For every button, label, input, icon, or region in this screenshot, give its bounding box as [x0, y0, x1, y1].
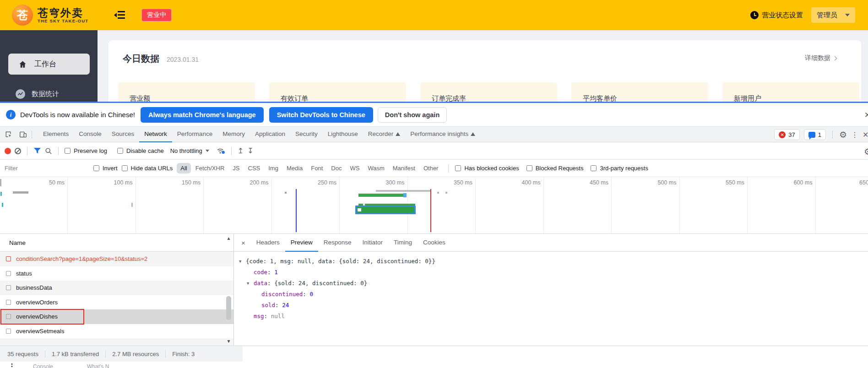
detail-tab-initiator[interactable]: Initiator — [357, 234, 388, 252]
scroll-up-icon[interactable]: ▲ — [226, 236, 232, 241]
chevron-down-icon — [845, 14, 850, 16]
filter-chip-other[interactable]: Other — [420, 163, 442, 173]
tab-memory[interactable]: Memory — [217, 127, 250, 142]
export-har-icon[interactable]: ↧ — [247, 147, 253, 155]
request-row[interactable]: overviewOrders — [0, 295, 233, 310]
home-icon — [18, 60, 27, 69]
sidebar-collapse-icon[interactable] — [114, 11, 125, 19]
tab-sources[interactable]: Sources — [107, 127, 140, 142]
filter-chip-manifest[interactable]: Manifest — [389, 163, 419, 173]
scrollbar-thumb[interactable] — [226, 296, 231, 320]
page-date: 2023.01.31 — [167, 56, 199, 63]
throttling-dropdown[interactable]: No throttling — [170, 147, 209, 154]
json-tree-line[interactable]: sold: 24 — [234, 300, 868, 311]
issues-count-badge[interactable]: 1 — [804, 129, 826, 140]
checkbox-icon — [117, 148, 123, 154]
record-network-log-icon[interactable] — [5, 148, 11, 154]
tab-console[interactable]: Console — [74, 127, 107, 142]
json-tree-line[interactable]: msg: null — [234, 311, 868, 322]
filter-chip-font[interactable]: Font — [307, 163, 326, 173]
tab-lighthouse[interactable]: Lighthouse — [323, 127, 363, 142]
devtools-close-icon[interactable]: ✕ — [863, 130, 868, 139]
json-tree-line[interactable]: ▼data: {sold: 24, discontinued: 0} — [234, 278, 868, 289]
filter-chip-css[interactable]: CSS — [244, 163, 264, 173]
dismiss-banner-button[interactable]: Don't show again — [378, 107, 447, 123]
request-row[interactable]: status — [0, 266, 233, 281]
waterfall-bar-selected[interactable] — [355, 206, 416, 214]
tab-security[interactable]: Security — [290, 127, 323, 142]
clear-network-log-icon[interactable] — [15, 148, 21, 154]
request-row[interactable]: conditionSearch?page=1&pageSize=10&statu… — [0, 252, 233, 266]
inspect-element-icon[interactable] — [2, 129, 15, 141]
tab-elements[interactable]: Elements — [38, 127, 74, 142]
detail-tab-response[interactable]: Response — [318, 234, 357, 252]
waterfall-bar — [376, 190, 430, 192]
tab-label: Application — [255, 130, 285, 137]
request-row[interactable]: overviewDishes — [0, 309, 233, 324]
request-list-scrollbar[interactable]: ▲ ▼ — [226, 235, 232, 345]
error-icon: ✕ — [779, 131, 786, 138]
filter-funnel-icon[interactable] — [33, 147, 41, 154]
detail-tab-timing[interactable]: Timing — [388, 234, 418, 252]
filter-checkbox-has-blocked-cookies[interactable]: Has blocked cookies — [455, 165, 519, 172]
timeline-scroll-artifact — [0, 179, 1, 186]
expand-arrow-icon[interactable]: ▼ — [247, 278, 249, 289]
chevron-down-icon — [206, 150, 209, 152]
detail-tab-cookies[interactable]: Cookies — [418, 234, 451, 252]
import-har-icon[interactable]: ↥ — [238, 147, 244, 155]
more-options-icon[interactable]: ⋮ — [851, 130, 858, 139]
admin-dropdown[interactable]: 管理员 — [811, 7, 855, 23]
sidebar-item-statistics[interactable]: 数据统计 — [16, 89, 59, 99]
filter-chip-all[interactable]: All — [177, 163, 190, 173]
tab-network[interactable]: Network — [139, 127, 172, 142]
error-count-badge[interactable]: ✕ 37 — [774, 129, 799, 140]
detail-data-link[interactable]: 详细数据 — [805, 54, 836, 62]
close-detail-icon[interactable]: × — [234, 239, 251, 247]
json-tree-line[interactable]: code: 1 — [234, 267, 868, 278]
tab-label: Console — [79, 130, 102, 137]
match-language-button[interactable]: Always match Chrome's language — [141, 107, 264, 123]
scroll-down-icon[interactable]: ▼ — [226, 339, 232, 344]
business-status-settings-button[interactable]: 营业状态设置 — [750, 11, 803, 20]
device-toolbar-icon[interactable] — [16, 129, 29, 141]
filter-chip-ws[interactable]: WS — [346, 163, 363, 173]
search-icon[interactable] — [45, 147, 52, 155]
settings-gear-icon[interactable]: ⚙ — [839, 130, 847, 140]
banner-close-icon[interactable]: ✕ — [864, 110, 868, 120]
network-conditions-icon[interactable] — [217, 147, 225, 154]
tab-application[interactable]: Application — [250, 127, 290, 142]
request-row[interactable]: businessData — [0, 281, 233, 295]
filter-checkbox-blocked-requests[interactable]: Blocked Requests — [526, 165, 584, 172]
request-list-header[interactable]: Name — [0, 234, 233, 252]
filter-checkbox-3rd-party-requests[interactable]: 3rd-party requests — [591, 165, 648, 172]
switch-chinese-button[interactable]: Switch DevTools to Chinese — [269, 107, 373, 123]
tab-performance[interactable]: Performance — [172, 127, 217, 142]
disable-cache-checkbox[interactable]: Disable cache — [117, 147, 164, 154]
drawer-console-hint[interactable]: Console — [33, 363, 53, 368]
request-row[interactable]: overviewSetmeals — [0, 324, 233, 339]
json-token-plain: {sold: 24, discontinued: 0} — [274, 280, 367, 287]
detail-tab-preview[interactable]: Preview — [285, 234, 318, 252]
preserve-log-checkbox[interactable]: Preserve log — [65, 147, 107, 154]
filter-chip-media[interactable]: Media — [283, 163, 306, 173]
sidebar-item-workbench[interactable]: 工作台 — [8, 54, 90, 75]
drawer-whatsnew-hint[interactable]: What's N — [87, 363, 109, 368]
filter-input[interactable] — [5, 165, 89, 172]
timeline-tick-label: 50 ms — [49, 179, 65, 186]
hide-data-urls-checkbox[interactable]: Hide data URLs — [122, 165, 173, 172]
json-token-key: data — [254, 280, 267, 287]
filter-chip-doc[interactable]: Doc — [327, 163, 345, 173]
detail-tab-headers[interactable]: Headers — [251, 234, 285, 252]
network-settings-gear-icon[interactable]: ⚙ — [864, 146, 868, 157]
filter-chip-js[interactable]: JS — [229, 163, 243, 173]
filter-chip-img[interactable]: Img — [265, 163, 282, 173]
filter-chip-fetch-xhr[interactable]: Fetch/XHR — [192, 163, 228, 173]
tab-performance-insights[interactable]: Performance insights — [405, 127, 480, 142]
invert-checkbox[interactable]: Invert — [93, 165, 118, 172]
network-overview-timeline[interactable]: 50 ms100 ms150 ms200 ms250 ms300 ms350 m… — [0, 177, 868, 234]
json-tree-line[interactable]: ▼{code: 1, msg: null, data: {sold: 24, d… — [234, 256, 868, 267]
tab-recorder[interactable]: Recorder — [363, 127, 406, 142]
json-tree-line[interactable]: discontinued: 0 — [234, 289, 868, 300]
filter-chip-wasm[interactable]: Wasm — [364, 163, 388, 173]
expand-arrow-icon[interactable]: ▼ — [239, 256, 241, 267]
